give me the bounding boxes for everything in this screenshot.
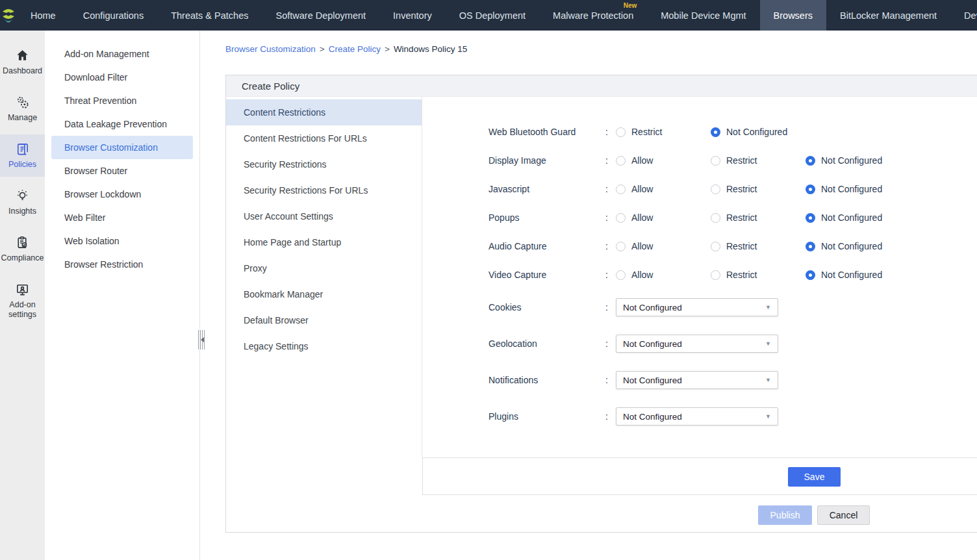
tab-proxy[interactable]: Proxy (226, 255, 422, 281)
tab-content-restrictions-for-urls[interactable]: Content Restrictions For URLs (226, 125, 422, 151)
radio-label: Restrict (726, 241, 757, 251)
sidebar-item-web-isolation[interactable]: Web Isolation (45, 229, 199, 253)
radio-option-not-configured[interactable]: Not Configured (806, 270, 900, 280)
radio-option-restrict[interactable]: Restrict (616, 127, 711, 137)
notifications-dropdown[interactable]: Not Configured▼ (616, 371, 778, 389)
radio-option-allow[interactable]: Allow (616, 184, 711, 194)
sidebar-item-web-filter[interactable]: Web Filter (45, 206, 199, 229)
radio-option-allow[interactable]: Allow (616, 212, 711, 223)
nav-item-device-control[interactable]: Device Control (950, 0, 977, 31)
radio-option-not-configured[interactable]: Not Configured (806, 241, 900, 251)
radio-icon[interactable] (616, 185, 626, 194)
manageengine-logo-icon (0, 6, 17, 25)
nav-item-configurations[interactable]: Configurations (70, 0, 158, 31)
field-label: Cookies (488, 302, 605, 312)
tab-security-restrictions-for-urls[interactable]: Security Restrictions For URLs (226, 177, 422, 203)
tab-bookmark-manager[interactable]: Bookmark Manager (226, 281, 422, 307)
sidebar-item-browser-lockdown[interactable]: Browser Lockdown (45, 183, 199, 206)
radio-label: Not Configured (821, 184, 882, 194)
radio-icon-selected[interactable] (806, 242, 815, 251)
brand-logo[interactable] (0, 0, 17, 31)
sidebar-item-addon-management[interactable]: Add-on Management (45, 42, 199, 66)
radio-option-not-configured[interactable]: Not Configured (806, 155, 900, 166)
nav-item-home[interactable]: Home (17, 0, 70, 31)
colon-separator: : (605, 212, 616, 223)
save-button[interactable]: Save (788, 467, 841, 487)
radio-icon-selected[interactable] (806, 185, 815, 194)
radio-option-not-configured[interactable]: Not Configured (806, 212, 900, 223)
radio-icon[interactable] (711, 213, 720, 223)
radio-icon[interactable] (616, 156, 626, 166)
nav-item-bitlocker-management[interactable]: BitLocker Management (826, 0, 950, 31)
radio-option-restrict[interactable]: Restrict (711, 270, 806, 280)
radio-icon-selected[interactable] (806, 213, 815, 223)
form-row-video-capture: Video Capture : Allow Restrict Not Confi… (422, 261, 977, 289)
radio-option-not-configured[interactable]: Not Configured (806, 184, 900, 194)
tab-home-page-and-startup[interactable]: Home Page and Startup (226, 229, 422, 255)
nav-item-browsers[interactable]: Browsers (760, 0, 826, 31)
radio-icon[interactable] (711, 156, 720, 166)
radio-icon[interactable] (616, 127, 626, 137)
tab-legacy-settings[interactable]: Legacy Settings (226, 333, 422, 359)
module-sidebar: Add-on Management Download Filter Threat… (45, 31, 200, 560)
radio-label: Not Configured (821, 270, 882, 280)
radio-icon[interactable] (711, 242, 720, 251)
nav-item-malware-protection[interactable]: New Malware Protection (539, 0, 647, 31)
breadcrumb-link-create-policy[interactable]: Create Policy (329, 44, 381, 54)
radio-option-restrict[interactable]: Restrict (711, 241, 806, 251)
sidebar-item-browser-router[interactable]: Browser Router (45, 159, 199, 183)
radio-option-not-configured[interactable]: Not Configured (711, 127, 806, 137)
field-label: Javascript (488, 184, 605, 194)
rail-item-insights[interactable]: Insights (0, 181, 45, 223)
tab-security-restrictions[interactable]: Security Restrictions (226, 151, 422, 177)
sidebar-item-browser-customization[interactable]: Browser Customization (51, 136, 193, 159)
rail-item-manage[interactable]: Manage (0, 88, 45, 130)
cancel-button[interactable]: Cancel (817, 505, 870, 525)
radio-label: Restrict (726, 155, 757, 166)
radio-option-restrict[interactable]: Restrict (711, 184, 806, 194)
tab-content-restrictions[interactable]: Content Restrictions (226, 99, 422, 125)
dropdown-value: Not Configured (623, 412, 682, 422)
nav-item-mobile-device-mgmt[interactable]: Mobile Device Mgmt (647, 0, 759, 31)
breadcrumb-link-browser-customization[interactable]: Browser Customization (225, 44, 316, 54)
form-row-plugins: Plugins : Not Configured▼ (422, 398, 977, 435)
radio-icon-selected[interactable] (806, 270, 815, 280)
sidebar-item-data-leakage-prevention[interactable]: Data Leakage Prevention (45, 112, 199, 136)
radio-icon-selected[interactable] (806, 156, 815, 166)
rail-item-compliance[interactable]: Compliance (0, 228, 45, 270)
colon-separator: : (605, 302, 616, 312)
sidebar-item-threat-prevention[interactable]: Threat Prevention (45, 89, 199, 112)
radio-icon[interactable] (616, 242, 626, 251)
radio-option-allow[interactable]: Allow (616, 155, 711, 166)
rail-item-addon-settings[interactable]: Add-on settings (0, 275, 45, 327)
nav-label: Mobile Device Mgmt (661, 10, 746, 21)
radio-icon[interactable] (711, 270, 720, 280)
radio-option-restrict[interactable]: Restrict (711, 155, 806, 166)
radio-icon-selected[interactable] (711, 127, 720, 137)
radio-icon[interactable] (616, 270, 626, 280)
tab-user-account-settings[interactable]: User Account Settings (226, 203, 422, 229)
geolocation-dropdown[interactable]: Not Configured▼ (616, 335, 778, 353)
radio-option-allow[interactable]: Allow (616, 270, 711, 280)
nav-item-os-deployment[interactable]: OS Deployment (446, 0, 539, 31)
sidebar-item-download-filter[interactable]: Download Filter (45, 66, 199, 89)
sidebar-item-browser-restriction[interactable]: Browser Restriction (45, 253, 199, 276)
rail-item-policies[interactable]: Policies (0, 134, 45, 177)
radio-icon[interactable] (711, 185, 720, 194)
sidebar-collapse-handle[interactable] (198, 330, 206, 350)
radio-label: Restrict (631, 127, 662, 137)
rail-item-dashboard[interactable]: Dashboard (0, 41, 45, 83)
tab-default-browser[interactable]: Default Browser (226, 307, 422, 333)
radio-option-allow[interactable]: Allow (616, 241, 711, 251)
nav-item-software-deployment[interactable]: Software Deployment (262, 0, 379, 31)
radio-option-restrict[interactable]: Restrict (711, 212, 806, 223)
radio-icon[interactable] (616, 213, 626, 223)
publish-button[interactable]: Publish (758, 505, 812, 525)
nav-item-threats-patches[interactable]: Threats & Patches (157, 0, 262, 31)
nav-item-inventory[interactable]: Inventory (379, 0, 446, 31)
cookies-dropdown[interactable]: Not Configured▼ (616, 298, 778, 316)
plugins-dropdown[interactable]: Not Configured▼ (616, 407, 778, 426)
nav-label: Threats & Patches (171, 10, 248, 21)
radio-label: Not Configured (821, 212, 882, 223)
dropdown-value: Not Configured (623, 339, 682, 349)
